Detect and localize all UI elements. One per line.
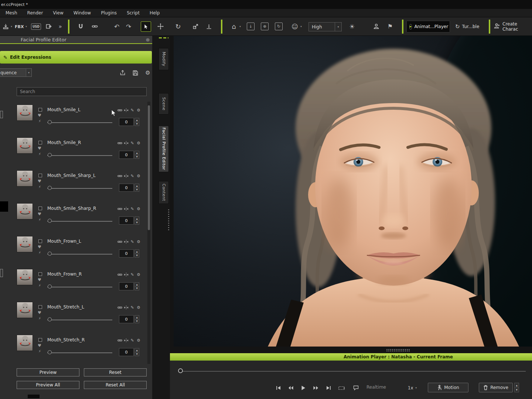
scrollbar-thumb[interactable] [148, 105, 150, 230]
expression-caret-icon[interactable]: ▾ [299, 25, 303, 28]
title-bar[interactable]: er.ccProject * [0, 0, 532, 9]
mirror-icon[interactable] [123, 272, 129, 277]
save-preset-icon[interactable] [131, 68, 140, 77]
lighting-icon[interactable]: ☀ [347, 22, 357, 31]
expression-thumbnail[interactable] [17, 269, 33, 285]
skip-to-start-button[interactable] [273, 383, 283, 392]
select-tool-button[interactable] [141, 21, 151, 32]
export-fbx-button[interactable]: FBX [15, 24, 24, 29]
reset-all-button[interactable]: Reset All [84, 381, 147, 389]
tab-scene[interactable]: Scene [158, 93, 169, 115]
panel-header[interactable]: Facial Profile Editor ⊗ [0, 36, 152, 44]
favorite-heart-icon[interactable]: ♥ [38, 179, 41, 184]
expression-checkbox[interactable] [38, 141, 42, 144]
edit-pencil-icon[interactable]: ✎ [130, 272, 135, 277]
import-caret-icon[interactable]: ▾ [10, 25, 13, 28]
player-resize-grip[interactable] [386, 349, 410, 352]
expression-thumbnail[interactable] [17, 137, 33, 154]
slider-track[interactable] [47, 221, 112, 222]
settings-gear-icon[interactable]: ⚙ [136, 272, 141, 277]
expression-set-dropdown[interactable]: quence ▾ [0, 68, 32, 77]
value-spinner[interactable]: ▲ ▼ [134, 216, 139, 225]
menu-plugins[interactable]: Plugins [101, 10, 117, 16]
favorite-heart-icon[interactable]: ♥ [38, 212, 41, 216]
animation-player-button[interactable]: ▶ Animat...Player [406, 21, 450, 33]
rotate-tool-icon[interactable]: ↻ [173, 22, 183, 31]
slider-track[interactable] [47, 254, 112, 255]
settings-gear-icon[interactable]: ⚙ [136, 239, 141, 244]
slider-track[interactable] [47, 155, 112, 156]
slider-knob[interactable] [48, 252, 52, 256]
edit-pencil-icon[interactable]: ✎ [130, 239, 135, 244]
slider-knob[interactable] [48, 284, 52, 289]
slider-track[interactable] [47, 188, 112, 189]
edit-pencil-icon[interactable]: ✎ [130, 140, 135, 146]
edit-expressions-button[interactable]: ✎ Edit Expressions [0, 51, 152, 64]
preview-button[interactable]: Preview [17, 368, 79, 376]
share-preset-icon[interactable] [118, 68, 127, 77]
edit-pencil-icon[interactable]: ✎ [130, 206, 135, 211]
expression-slider[interactable] [47, 284, 112, 289]
spinner-down-icon[interactable]: ▼ [135, 155, 139, 159]
close-icon[interactable]: ⊗ [145, 37, 151, 42]
settings-gear-icon[interactable]: ⚙ [136, 305, 141, 310]
slider-track[interactable] [47, 352, 112, 353]
expression-thumbnail[interactable] [17, 170, 33, 187]
link-attach-icon[interactable] [90, 22, 99, 31]
expression-preview-icon[interactable]: ☺ [290, 22, 300, 31]
link-icon[interactable] [117, 140, 122, 146]
spinner-down-icon[interactable]: ▼ [135, 320, 139, 323]
slider-knob[interactable] [48, 317, 52, 321]
expression-value[interactable]: 0 [119, 216, 134, 225]
slider-knob[interactable] [48, 120, 52, 124]
quick-apply-bolt-icon[interactable]: ⚡ [38, 185, 41, 189]
quick-apply-bolt-icon[interactable]: ⚡ [38, 152, 41, 156]
settings-gear-icon[interactable]: ⚙ [136, 108, 141, 113]
expression-checkbox[interactable] [38, 207, 42, 210]
frame-view-icon[interactable]: ↓ [247, 23, 255, 30]
reset-button[interactable]: Reset [84, 368, 147, 376]
export-usd-button[interactable]: USD [31, 23, 41, 30]
import-icon[interactable] [1, 22, 10, 31]
slider-track[interactable] [47, 122, 112, 123]
value-spinner[interactable]: ▲ ▼ [134, 282, 139, 290]
quick-apply-bolt-icon[interactable]: ⚡ [38, 316, 41, 320]
home-view-icon[interactable]: ⌂ [229, 22, 239, 31]
animation-player-bar[interactable]: Animation Player : Natasha - Current Fra… [170, 353, 532, 361]
spinner-up-icon[interactable]: ▲ [135, 217, 139, 221]
expression-checkbox[interactable] [38, 338, 42, 342]
remove-button[interactable]: Remove [479, 383, 513, 392]
play-button[interactable] [299, 383, 308, 392]
expression-slider[interactable] [47, 120, 112, 125]
link-icon[interactable] [117, 173, 122, 178]
fbx-caret-icon[interactable]: ▾ [24, 25, 28, 28]
expression-value[interactable]: 0 [119, 315, 134, 323]
panel-scrollbar[interactable] [147, 102, 150, 364]
slider-knob[interactable] [48, 350, 52, 354]
expression-value[interactable]: 0 [119, 348, 134, 356]
zoom-fit-icon[interactable]: ⊕ [261, 23, 269, 30]
more-tools-chevrons[interactable]: » [55, 22, 65, 31]
scale-tool-icon[interactable] [191, 22, 200, 31]
spinner-up-icon[interactable]: ▲ [135, 118, 139, 122]
mirror-icon[interactable] [123, 239, 129, 244]
spinner-down-icon[interactable]: ▼ [135, 287, 139, 290]
timeline-playhead[interactable] [178, 368, 183, 373]
tab-content[interactable]: Content [158, 181, 169, 204]
settings-gear-icon[interactable]: ⚙ [136, 338, 141, 343]
value-spinner[interactable]: ▲ ▼ [134, 184, 139, 192]
expression-thumbnail[interactable] [17, 236, 33, 252]
mirror-icon[interactable] [123, 305, 129, 310]
link-icon[interactable] [117, 272, 122, 277]
menu-mesh[interactable]: Mesh [6, 10, 17, 16]
mirror-icon[interactable] [123, 140, 129, 146]
flag-icon[interactable]: ⚑ [385, 22, 395, 31]
edit-pencil-icon[interactable]: ✎ [130, 305, 135, 310]
home-caret-icon[interactable]: ▾ [238, 25, 242, 28]
link-icon[interactable] [117, 305, 122, 310]
menu-script[interactable]: Script [127, 10, 140, 16]
favorite-heart-icon[interactable]: ♥ [38, 310, 41, 315]
comment-icon[interactable] [351, 383, 361, 392]
quick-apply-bolt-icon[interactable]: ⚡ [38, 218, 41, 222]
spinner-down-icon[interactable]: ▼ [135, 188, 139, 192]
